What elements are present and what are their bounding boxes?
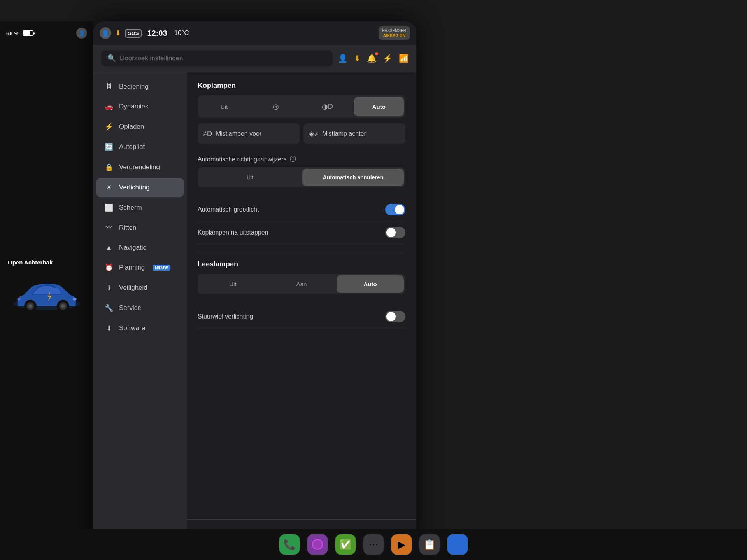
sidebar-item-scherm[interactable]: ⬜ Scherm (96, 198, 184, 217)
richtingaanwijzers-auto-btn[interactable]: Automatisch annuleren (302, 169, 404, 186)
richtingaanwijzers-uit-btn[interactable]: Uit (199, 169, 301, 186)
taskbar-play-btn[interactable]: ▶ (391, 534, 412, 555)
bluetooth-icon[interactable]: ⚡ (383, 54, 393, 63)
sidebar-item-veiligheid[interactable]: ℹ Veiligheid (96, 278, 184, 298)
taskbar-purple-btn[interactable] (307, 534, 328, 555)
files-icon: 📋 (423, 539, 436, 551)
svg-point-6 (61, 304, 65, 308)
sidebar-item-software[interactable]: ⬇ Software (96, 318, 184, 338)
leeslampen-uit-label: Uit (229, 281, 236, 287)
status-bar: 👤 ⬇ SOS 12:03 10°C PASSENGER AIRBAG ON (93, 21, 416, 45)
software-label: Software (119, 324, 145, 332)
mistlamp-achter-label: Mistlamp achter (322, 130, 366, 137)
sidebar-item-verlichting[interactable]: ☀ Verlichting (96, 178, 184, 197)
profile-top-icon[interactable]: 👤 (338, 54, 348, 63)
sidebar-item-navigatie[interactable]: ▲ Navigatie (96, 238, 184, 257)
left-panel: 68 % 👤 Open Achterbak (0, 21, 93, 529)
koplampen-groot-icon: ◑D (322, 102, 333, 111)
koplampen-uit-btn[interactable]: Uit (199, 97, 249, 116)
check-icon: ✅ (339, 539, 352, 551)
sidebar-item-dynamiek[interactable]: 🚗 Dynamiek (96, 97, 184, 116)
sidebar-item-bediening[interactable]: 🎛 Bediening (96, 77, 184, 96)
leeslampen-section: Leeslampen Uit Aan Auto (198, 260, 405, 294)
bediening-label: Bediening (119, 83, 149, 91)
richtingaanwijzers-row-label: Automatische richtingaanwijzers ⓘ (198, 155, 405, 163)
download-top-icon[interactable]: ⬇ (354, 54, 361, 63)
service-label: Service (119, 304, 141, 312)
mistlampen-voor-icon: ≠D (203, 130, 212, 138)
search-input-wrap[interactable]: 🔍 (101, 50, 333, 66)
vergrendeling-label: Vergrendeling (119, 163, 160, 171)
planning-label: Planning (119, 264, 145, 271)
scherm-label: Scherm (119, 204, 142, 212)
ios-status-bar: 68 % 👤 (0, 21, 93, 45)
info-icon[interactable]: ⓘ (290, 155, 296, 163)
sidebar-item-vergrendeling[interactable]: 🔒 Vergrendeling (96, 158, 184, 177)
navigatie-label: Navigatie (119, 244, 147, 252)
richtingaanwijzers-auto-label: Automatisch annuleren (323, 174, 384, 180)
sidebar-item-opladen[interactable]: ⚡ Opladen (96, 117, 184, 136)
svg-point-9 (17, 298, 21, 301)
scherm-icon: ⬜ (104, 203, 114, 212)
koplampen-auto-label: Auto (372, 103, 386, 110)
leeslampen-auto-btn[interactable]: Auto (337, 275, 404, 293)
passenger-label: PASSENGER (382, 28, 407, 33)
settings-panel: Koplampen Uit ◎ ◑D Auto (187, 72, 416, 550)
stuurwiel-toggle[interactable] (385, 311, 405, 322)
koplampen-auto-btn[interactable]: Auto (354, 97, 404, 116)
koplampen-dimlicht-btn[interactable]: ◎ (251, 97, 301, 116)
profile-icon-left: 👤 (76, 28, 87, 38)
veiligheid-icon: ℹ (104, 284, 114, 292)
sidebar-item-ritten[interactable]: 〰 Ritten (96, 218, 184, 237)
ritten-icon: 〰 (104, 224, 114, 232)
software-icon: ⬇ (104, 324, 114, 332)
taskbar-phone-btn[interactable]: 📞 (279, 534, 300, 555)
airbag-status: AIRBAG ON (382, 33, 407, 38)
leeslampen-title: Leeslampen (198, 260, 405, 268)
uitstappen-toggle-row: Koplampen na uitstappen (198, 221, 405, 244)
notification-icon[interactable]: 🔔 (367, 54, 377, 63)
dynamiek-label: Dynamiek (119, 103, 149, 110)
opladen-label: Opladen (119, 123, 144, 131)
mistlamp-achter-btn[interactable]: ◈≠ Mistlamp achter (303, 123, 405, 144)
fog-lights-row: ≠D Mistlampen voor ◈≠ Mistlamp achter (198, 123, 405, 144)
profile-icon[interactable]: 👤 (100, 27, 111, 39)
grootlicht-toggle[interactable] (385, 204, 405, 215)
verlichting-icon: ☀ (104, 183, 114, 192)
koplampen-dimlicht-icon: ◎ (273, 102, 279, 111)
sidebar-item-planning[interactable]: ⏰ Planning NIEUW (96, 258, 184, 277)
taskbar: 📞 ✅ ⋯ ▶ 📋 (0, 529, 747, 560)
sidebar-item-service[interactable]: 🔧 Service (96, 298, 184, 318)
mistlamp-achter-icon: ◈≠ (309, 130, 318, 138)
richtingaanwijzers-segmented: Uit Automatisch annuleren (198, 167, 405, 187)
purple-circle-icon (312, 539, 323, 550)
stuurwiel-label: Stuurwiel verlichting (198, 313, 385, 320)
koplampen-groot-btn[interactable]: ◑D (302, 97, 352, 116)
taskbar-dots-btn[interactable]: ⋯ (363, 534, 384, 555)
autopilot-icon: 🔄 (104, 143, 114, 151)
mistlampen-voor-btn[interactable]: ≠D Mistlampen voor (198, 123, 300, 144)
koplampen-segmented: Uit ◎ ◑D Auto (198, 95, 405, 118)
koplampen-uit-label: Uit (221, 103, 228, 110)
dynamiek-icon: 🚗 (104, 102, 114, 111)
search-input[interactable] (120, 54, 326, 62)
uitstappen-toggle[interactable] (385, 227, 405, 238)
taskbar-files-btn[interactable]: 📋 (419, 534, 440, 555)
taskbar-check-btn[interactable]: ✅ (335, 534, 356, 555)
koplampen-section: Koplampen Uit ◎ ◑D Auto (198, 82, 405, 144)
leeslampen-aan-btn[interactable]: Aan (268, 275, 335, 293)
leeslampen-auto-label: Auto (364, 281, 377, 287)
autopilot-label: Autopilot (119, 143, 145, 151)
grootlicht-toggle-row: Automatisch grootlicht (198, 198, 405, 221)
open-achterbak-label[interactable]: Open Achterbak (8, 258, 53, 266)
verlichting-label: Verlichting (119, 184, 149, 191)
richtingaanwijzers-label: Automatische richtingaanwijzers (198, 156, 287, 163)
taskbar-blue-btn[interactable] (447, 534, 468, 555)
bediening-icon: 🎛 (104, 82, 114, 91)
search-bar-area: 🔍 👤 ⬇ 🔔 ⚡ 📶 (93, 45, 416, 72)
uitstappen-label: Koplampen na uitstappen (198, 229, 385, 236)
sidebar-item-autopilot[interactable]: 🔄 Autopilot (96, 137, 184, 157)
signal-icon[interactable]: 📶 (399, 54, 409, 63)
leeslampen-aan-label: Aan (296, 281, 307, 287)
leeslampen-uit-btn[interactable]: Uit (199, 275, 267, 293)
